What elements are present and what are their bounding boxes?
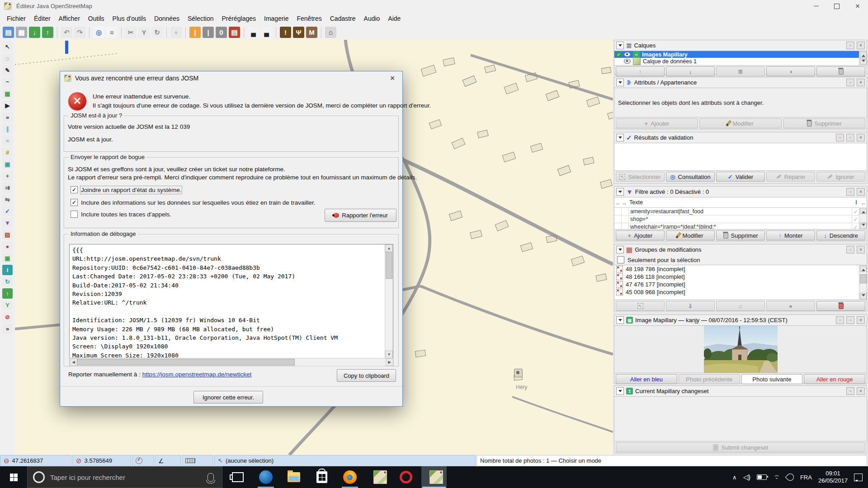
changeset-close-button[interactable]	[816, 301, 865, 311]
delete-layer-button[interactable]	[816, 66, 865, 76]
changeset-filter-checkbox[interactable]: Seulement pour la sélection	[614, 255, 867, 265]
rotate-view-icon[interactable]: ↻	[2, 277, 13, 287]
copy-to-clipboard-button[interactable]: Copy to clipboard	[337, 369, 396, 382]
merge-layers-button[interactable]: ≣	[716, 66, 765, 76]
filter-scrollbar[interactable]	[859, 207, 867, 229]
highway-road-icon[interactable]: |	[203, 27, 214, 38]
detach-icon[interactable]: ▫	[836, 316, 844, 324]
vscroll-thumb[interactable]	[386, 252, 392, 279]
filter-down-button[interactable]: ↓Descendre	[816, 230, 865, 240]
select-errors-button[interactable]: ↖Sélectionner	[616, 172, 665, 182]
checkbox-1[interactable]: ✓Joindre un rapport d'état du système.	[71, 186, 181, 194]
filter-delete-button[interactable]: Supprimer	[716, 230, 765, 240]
menu-fenetres[interactable]: Fenêtres	[292, 13, 326, 24]
minimize-button[interactable]	[806, 0, 826, 12]
taskbar-search-input[interactable]: Taper ici pour rechercher	[27, 466, 222, 488]
wall-icon[interactable]: ▤	[229, 27, 240, 38]
collapse-icon[interactable]	[616, 246, 624, 253]
redo-icon[interactable]: ↷	[74, 27, 85, 38]
collapse-icon[interactable]	[616, 188, 624, 196]
battery-icon[interactable]	[757, 474, 767, 480]
checkbox-2[interactable]: ✓Inclure des informations sur les donnée…	[71, 198, 316, 206]
extrude-mode-icon[interactable]: ▦	[2, 89, 13, 99]
relation-editor-icon[interactable]: ▣	[2, 159, 13, 169]
debug-textarea[interactable]: {{{ URL:http://josm.openstreetmap.de/svn…	[69, 244, 393, 359]
filter-edit-button[interactable]: Modifier	[666, 230, 715, 240]
car-icon[interactable]: ▄	[248, 27, 259, 38]
report-error-button[interactable]: Rapporter l'erreur	[325, 209, 396, 222]
filter-row[interactable]: wheelchair=*|ramp=*|deaf:*|blind:*✓A	[614, 223, 867, 230]
info-mode-icon[interactable]: i	[2, 265, 13, 275]
close-panel-icon[interactable]: ×	[857, 134, 865, 141]
menu-fichier[interactable]: Fichier	[3, 13, 30, 24]
pin-icon[interactable]: ▫	[846, 387, 854, 395]
task-view-button[interactable]	[225, 466, 250, 488]
close-panel-icon[interactable]: ×	[857, 79, 865, 86]
changeset-item[interactable]: 47 476 177 [incomplet]	[614, 281, 867, 288]
pin-icon[interactable]: ▫	[846, 316, 854, 324]
josm-active-icon[interactable]	[421, 466, 447, 488]
file-explorer-icon[interactable]	[281, 466, 307, 488]
menu-plus-d-outils[interactable]: Plus d'outils	[108, 13, 150, 24]
hscroll-thumb[interactable]	[77, 359, 295, 366]
pin-icon[interactable]: ▫	[846, 246, 854, 253]
validation-results-list[interactable]	[614, 143, 867, 171]
newticket-link[interactable]: https://josm.openstreetmap.de/newticket	[142, 371, 252, 378]
restaurant-icon[interactable]: Ψ	[293, 27, 304, 38]
previous-photo-button[interactable]: Photo précédente	[679, 374, 740, 384]
filter-up-button[interactable]: ↑Monter	[766, 230, 815, 240]
layer-visibility-icon[interactable]	[624, 52, 631, 57]
layer-visibility-icon[interactable]	[624, 59, 631, 64]
lasso-mode-icon[interactable]: ◌	[2, 53, 13, 64]
scroll-thumb[interactable]	[860, 274, 867, 283]
clock[interactable]: 09:0126/05/2017	[818, 470, 848, 484]
menu-imagerie[interactable]: Imagerie	[260, 13, 292, 24]
volume-icon[interactable]: ◁)	[743, 473, 750, 481]
map-note-icon[interactable]: ●	[2, 241, 13, 252]
menu-afficher[interactable]: Afficher	[55, 13, 84, 24]
highway-residential-icon[interactable]: |	[189, 27, 201, 38]
factory-icon[interactable]: ⌂	[325, 27, 336, 38]
scroll-down-icon[interactable]	[860, 58, 867, 65]
menu-donnees[interactable]: Données	[150, 13, 184, 24]
terrace-icon[interactable]: ▤	[2, 230, 13, 240]
no-entry-icon[interactable]: ⊘	[2, 312, 13, 322]
walk-blue-button[interactable]: Aller en bleu	[616, 374, 677, 384]
download-data-icon[interactable]: ↓	[29, 27, 40, 38]
close-panel-icon[interactable]: ×	[857, 188, 865, 196]
filter-icon[interactable]: ▼	[2, 218, 13, 228]
firefox-icon[interactable]	[337, 466, 363, 488]
collapse-icon[interactable]	[616, 387, 624, 395]
menu-outils[interactable]: Outils	[84, 13, 108, 24]
changeset-item[interactable]: 48 166 118 [incomplet]	[614, 273, 867, 281]
changeset-item[interactable]: 45 008 968 [incomplet]	[614, 288, 867, 296]
mirror-icon[interactable]: ⇋	[2, 194, 13, 205]
improve-way-icon[interactable]: ~	[2, 77, 13, 87]
menu-audio[interactable]: Audio	[360, 13, 384, 24]
highway-oneway-icon[interactable]: 0	[216, 27, 227, 38]
checkbox-3[interactable]: Inclure toutes les traces d'appels.	[71, 210, 171, 218]
split-way-icon[interactable]: ✂	[125, 27, 137, 38]
layer-up-button[interactable]: ↑	[616, 66, 665, 76]
move-icon[interactable]: +	[170, 27, 182, 38]
changesets-scrollbar[interactable]	[859, 265, 867, 300]
detach-icon[interactable]: ▫	[836, 134, 844, 141]
open-file-icon[interactable]: ▤	[3, 27, 14, 38]
layer-down-button[interactable]: ↓	[666, 66, 715, 76]
menu-cadastre[interactable]: Cadastre	[326, 13, 360, 24]
validation-icon[interactable]: ✓	[2, 206, 13, 216]
pin-icon[interactable]: ▫	[846, 134, 854, 141]
action-center-icon[interactable]	[854, 474, 863, 481]
layers-scrollbar[interactable]	[859, 51, 867, 65]
dialog-close-icon[interactable]: ×	[386, 72, 399, 84]
filter-row[interactable]: shop=*✓A	[614, 216, 867, 223]
pin-icon[interactable]: ▫	[846, 42, 854, 49]
scroll-up-icon[interactable]: ▲	[385, 244, 393, 252]
pin-icon[interactable]: ▫	[846, 79, 854, 86]
collapse-icon[interactable]	[616, 42, 624, 49]
wifi-icon[interactable]	[773, 474, 780, 480]
next-photo-button[interactable]: Photo suivante	[741, 374, 803, 384]
scroll-down-icon[interactable]	[860, 293, 867, 299]
opera-icon[interactable]	[393, 466, 419, 488]
menu-prereglages[interactable]: Préréglages	[218, 13, 260, 24]
